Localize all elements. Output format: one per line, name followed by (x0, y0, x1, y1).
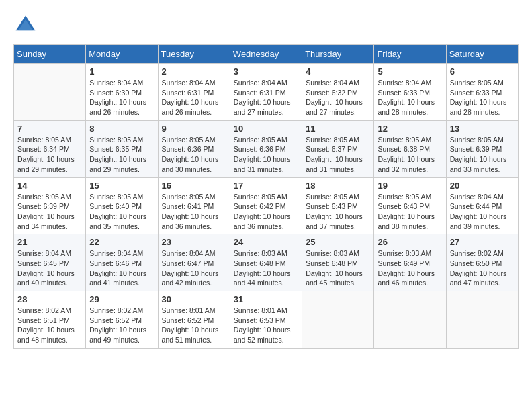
day-info: Sunrise: 8:05 AMSunset: 6:41 PMDaylight:… (162, 192, 226, 232)
day-number: 28 (17, 294, 82, 304)
calendar-cell: 12Sunrise: 8:05 AMSunset: 6:38 PMDayligh… (374, 120, 446, 177)
day-info: Sunrise: 8:05 AMSunset: 6:36 PMDaylight:… (234, 135, 298, 175)
calendar-cell: 18Sunrise: 8:05 AMSunset: 6:43 PMDayligh… (302, 177, 374, 234)
calendar-cell (302, 291, 374, 349)
calendar-cell: 9Sunrise: 8:05 AMSunset: 6:36 PMDaylight… (158, 120, 230, 177)
day-info: Sunrise: 8:04 AMSunset: 6:47 PMDaylight:… (162, 248, 226, 288)
day-number: 6 (450, 66, 515, 77)
day-number: 27 (450, 237, 515, 247)
day-info: Sunrise: 8:04 AMSunset: 6:44 PMDaylight:… (450, 192, 515, 232)
calendar-week-row: 28Sunrise: 8:02 AMSunset: 6:51 PMDayligh… (14, 291, 519, 349)
calendar-week-row: 14Sunrise: 8:05 AMSunset: 6:39 PMDayligh… (14, 177, 519, 234)
day-info: Sunrise: 8:04 AMSunset: 6:31 PMDaylight:… (162, 78, 226, 118)
calendar-cell (374, 291, 446, 349)
day-info: Sunrise: 8:05 AMSunset: 6:39 PMDaylight:… (17, 192, 82, 232)
calendar-cell: 10Sunrise: 8:05 AMSunset: 6:36 PMDayligh… (230, 120, 302, 177)
day-info: Sunrise: 8:01 AMSunset: 6:53 PMDaylight:… (234, 306, 298, 345)
day-number: 24 (234, 237, 298, 247)
day-number: 1 (89, 66, 154, 77)
calendar-cell: 7Sunrise: 8:05 AMSunset: 6:34 PMDaylight… (14, 120, 86, 177)
day-info: Sunrise: 8:05 AMSunset: 6:34 PMDaylight:… (17, 135, 82, 175)
col-header-saturday: Saturday (446, 45, 518, 64)
calendar-cell (14, 64, 86, 121)
day-number: 15 (89, 181, 154, 191)
calendar-week-row: 7Sunrise: 8:05 AMSunset: 6:34 PMDaylight… (14, 120, 519, 177)
day-number: 2 (162, 66, 226, 77)
calendar-cell: 16Sunrise: 8:05 AMSunset: 6:41 PMDayligh… (158, 177, 230, 234)
calendar-cell: 11Sunrise: 8:05 AMSunset: 6:37 PMDayligh… (302, 120, 374, 177)
calendar-cell: 29Sunrise: 8:02 AMSunset: 6:52 PMDayligh… (86, 291, 158, 349)
day-number: 31 (234, 294, 298, 304)
day-info: Sunrise: 8:02 AMSunset: 6:50 PMDaylight:… (450, 248, 515, 288)
day-number: 23 (162, 237, 226, 247)
calendar-cell: 2Sunrise: 8:04 AMSunset: 6:31 PMDaylight… (158, 64, 230, 121)
calendar-table: SundayMondayTuesdayWednesdayThursdayFrid… (13, 44, 519, 349)
col-header-monday: Monday (86, 45, 158, 64)
day-number: 13 (450, 124, 515, 134)
day-info: Sunrise: 8:05 AMSunset: 6:35 PMDaylight:… (89, 135, 154, 175)
col-header-wednesday: Wednesday (230, 45, 302, 64)
day-info: Sunrise: 8:04 AMSunset: 6:32 PMDaylight:… (306, 78, 370, 118)
calendar-cell (446, 291, 518, 349)
day-info: Sunrise: 8:02 AMSunset: 6:51 PMDaylight:… (17, 306, 82, 345)
day-info: Sunrise: 8:05 AMSunset: 6:43 PMDaylight:… (306, 192, 370, 232)
day-info: Sunrise: 8:05 AMSunset: 6:37 PMDaylight:… (306, 135, 370, 175)
day-number: 4 (306, 66, 370, 77)
day-number: 25 (306, 237, 370, 247)
day-number: 22 (89, 237, 154, 247)
day-number: 26 (378, 237, 442, 247)
day-number: 8 (89, 124, 154, 134)
day-number: 11 (306, 124, 370, 134)
logo (13, 13, 42, 38)
day-info: Sunrise: 8:03 AMSunset: 6:48 PMDaylight:… (306, 248, 370, 288)
day-info: Sunrise: 8:04 AMSunset: 6:45 PMDaylight:… (17, 248, 82, 288)
day-number: 3 (234, 66, 298, 77)
calendar-cell: 6Sunrise: 8:05 AMSunset: 6:33 PMDaylight… (446, 64, 518, 121)
calendar-cell: 13Sunrise: 8:05 AMSunset: 6:39 PMDayligh… (446, 120, 518, 177)
day-info: Sunrise: 8:03 AMSunset: 6:49 PMDaylight:… (378, 248, 442, 288)
calendar-week-row: 1Sunrise: 8:04 AMSunset: 6:30 PMDaylight… (14, 64, 519, 121)
calendar-cell: 15Sunrise: 8:05 AMSunset: 6:40 PMDayligh… (86, 177, 158, 234)
calendar-cell: 31Sunrise: 8:01 AMSunset: 6:53 PMDayligh… (230, 291, 302, 349)
logo-icon (13, 13, 38, 38)
calendar-cell: 28Sunrise: 8:02 AMSunset: 6:51 PMDayligh… (14, 291, 86, 349)
day-number: 7 (17, 124, 82, 134)
day-info: Sunrise: 8:05 AMSunset: 6:43 PMDaylight:… (378, 192, 442, 232)
calendar-cell: 1Sunrise: 8:04 AMSunset: 6:30 PMDaylight… (86, 64, 158, 121)
col-header-thursday: Thursday (302, 45, 374, 64)
day-number: 16 (162, 181, 226, 191)
day-number: 20 (450, 181, 515, 191)
day-number: 29 (89, 294, 154, 304)
day-info: Sunrise: 8:05 AMSunset: 6:33 PMDaylight:… (450, 78, 515, 118)
calendar-cell: 20Sunrise: 8:04 AMSunset: 6:44 PMDayligh… (446, 177, 518, 234)
day-number: 5 (378, 66, 442, 77)
day-info: Sunrise: 8:05 AMSunset: 6:42 PMDaylight:… (234, 192, 298, 232)
day-number: 10 (234, 124, 298, 134)
calendar-cell: 30Sunrise: 8:01 AMSunset: 6:52 PMDayligh… (158, 291, 230, 349)
day-number: 19 (378, 181, 442, 191)
day-info: Sunrise: 8:05 AMSunset: 6:40 PMDaylight:… (89, 192, 154, 232)
calendar-cell: 21Sunrise: 8:04 AMSunset: 6:45 PMDayligh… (14, 234, 86, 291)
calendar-cell: 8Sunrise: 8:05 AMSunset: 6:35 PMDaylight… (86, 120, 158, 177)
day-info: Sunrise: 8:05 AMSunset: 6:36 PMDaylight:… (162, 135, 226, 175)
calendar-cell: 17Sunrise: 8:05 AMSunset: 6:42 PMDayligh… (230, 177, 302, 234)
calendar-cell: 27Sunrise: 8:02 AMSunset: 6:50 PMDayligh… (446, 234, 518, 291)
day-info: Sunrise: 8:02 AMSunset: 6:52 PMDaylight:… (89, 306, 154, 345)
day-info: Sunrise: 8:05 AMSunset: 6:38 PMDaylight:… (378, 135, 442, 175)
day-number: 30 (162, 294, 226, 304)
calendar-cell: 14Sunrise: 8:05 AMSunset: 6:39 PMDayligh… (14, 177, 86, 234)
day-info: Sunrise: 8:01 AMSunset: 6:52 PMDaylight:… (162, 306, 226, 345)
col-header-sunday: Sunday (14, 45, 86, 64)
day-info: Sunrise: 8:04 AMSunset: 6:31 PMDaylight:… (234, 78, 298, 118)
day-number: 18 (306, 181, 370, 191)
calendar-cell: 24Sunrise: 8:03 AMSunset: 6:48 PMDayligh… (230, 234, 302, 291)
calendar-cell: 25Sunrise: 8:03 AMSunset: 6:48 PMDayligh… (302, 234, 374, 291)
calendar-cell: 22Sunrise: 8:04 AMSunset: 6:46 PMDayligh… (86, 234, 158, 291)
day-number: 14 (17, 181, 82, 191)
calendar-cell: 19Sunrise: 8:05 AMSunset: 6:43 PMDayligh… (374, 177, 446, 234)
day-info: Sunrise: 8:04 AMSunset: 6:30 PMDaylight:… (89, 78, 154, 118)
calendar-cell: 26Sunrise: 8:03 AMSunset: 6:49 PMDayligh… (374, 234, 446, 291)
day-info: Sunrise: 8:03 AMSunset: 6:48 PMDaylight:… (234, 248, 298, 288)
col-header-friday: Friday (374, 45, 446, 64)
page-header (13, 13, 519, 38)
